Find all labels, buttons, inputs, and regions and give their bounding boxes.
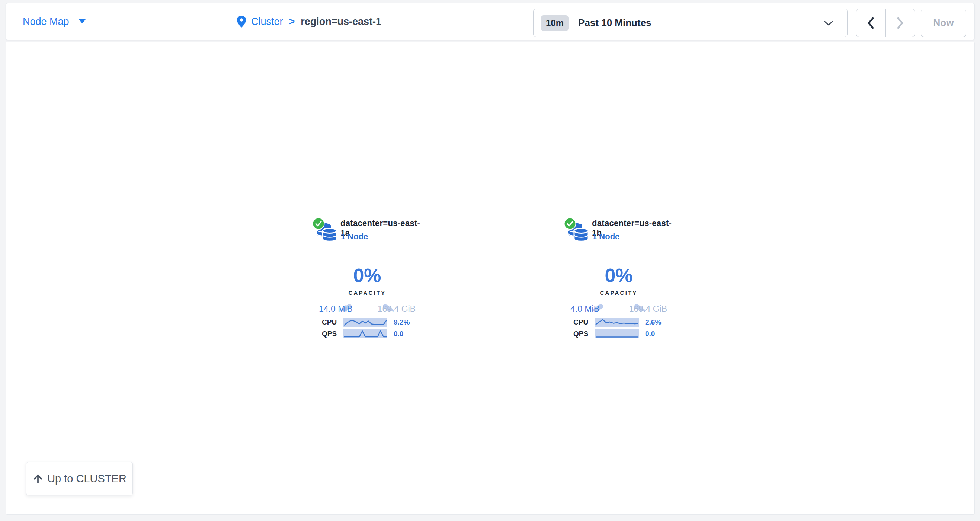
cpu-sparkline [595,318,639,327]
capacity-caption: CAPACITY [328,290,406,296]
capacity-percent: 0% [580,266,658,285]
chevron-right-icon [896,16,904,30]
view-selector-dropdown[interactable]: Node Map [23,3,86,40]
health-check-icon [564,217,576,230]
time-range-badge: 10m [541,15,568,31]
qps-value: 0.0 [645,330,655,338]
qps-sparkline [344,329,387,338]
qps-label: QPS [570,330,591,338]
datacenter-card-us-east-1b[interactable]: datacenter=us-east-1b 1 Node 0% CAPACITY… [563,216,675,339]
capacity-percent: 0% [328,266,406,285]
now-button[interactable]: Now [921,8,966,37]
cpu-label: CPU [319,318,340,327]
time-range-dropdown[interactable]: 10m Past 10 Minutes [533,8,848,37]
chevron-left-icon [867,16,875,30]
node-map-page: Node Map Cluster > region=us-east-1 10m … [0,0,980,521]
capacity-used-value: 4.0 MiB [570,304,600,314]
up-arrow-icon [32,473,43,484]
qps-metric-row: QPS 0.0 [319,329,415,338]
chevron-down-icon [824,21,833,25]
cpu-metric-row: CPU 2.6% [570,318,667,327]
breadcrumb: Cluster > region=us-east-1 [237,3,381,40]
breadcrumb-separator: > [289,16,295,27]
up-to-cluster-button[interactable]: Up to CLUSTER [26,462,133,496]
qps-label: QPS [319,330,340,338]
capacity-gauge: 0% CAPACITY [580,237,658,311]
up-to-cluster-label: Up to CLUSTER [47,473,127,485]
location-pin-icon [237,16,246,27]
cpu-value: 2.6% [645,318,661,327]
datacenter-card-us-east-1a[interactable]: datacenter=us-east-1a 1 Node 0% CAPACITY… [312,216,423,339]
qps-metric-row: QPS 0.0 [570,329,667,338]
capacity-used-value: 14.0 MiB [319,304,353,314]
qps-sparkline [595,329,639,338]
cpu-metric-row: CPU 9.2% [319,318,415,327]
capacity-gauge: 0% CAPACITY [328,237,406,311]
cpu-sparkline [344,318,387,327]
capacity-caption: CAPACITY [580,290,658,296]
datacenter-stats: 14.0 MiB 169.4 GiB CPU 9.2% QPS 0.0 [319,304,415,338]
cpu-value: 9.2% [394,318,410,327]
time-next-button[interactable] [886,9,915,37]
capacity-total-value: 169.4 GiB [378,304,415,314]
time-pager [856,8,915,37]
capacity-total-value: 169.4 GiB [629,304,667,314]
breadcrumb-current-location: region=us-east-1 [301,16,381,27]
datacenter-stats: 4.0 MiB 169.4 GiB CPU 2.6% QPS 0.0 [570,304,667,338]
time-range-label: Past 10 Minutes [578,17,651,29]
header-divider [515,10,516,33]
header-bar: Node Map Cluster > region=us-east-1 10m … [6,3,975,40]
qps-value: 0.0 [394,330,403,338]
time-prev-button[interactable] [856,9,886,37]
caret-down-icon [79,19,86,24]
view-selector-label: Node Map [23,16,69,27]
health-check-icon [312,217,325,230]
cpu-label: CPU [570,318,591,327]
node-map-canvas: datacenter=us-east-1a 1 Node 0% CAPACITY… [6,42,975,515]
breadcrumb-cluster-link[interactable]: Cluster [251,16,283,27]
